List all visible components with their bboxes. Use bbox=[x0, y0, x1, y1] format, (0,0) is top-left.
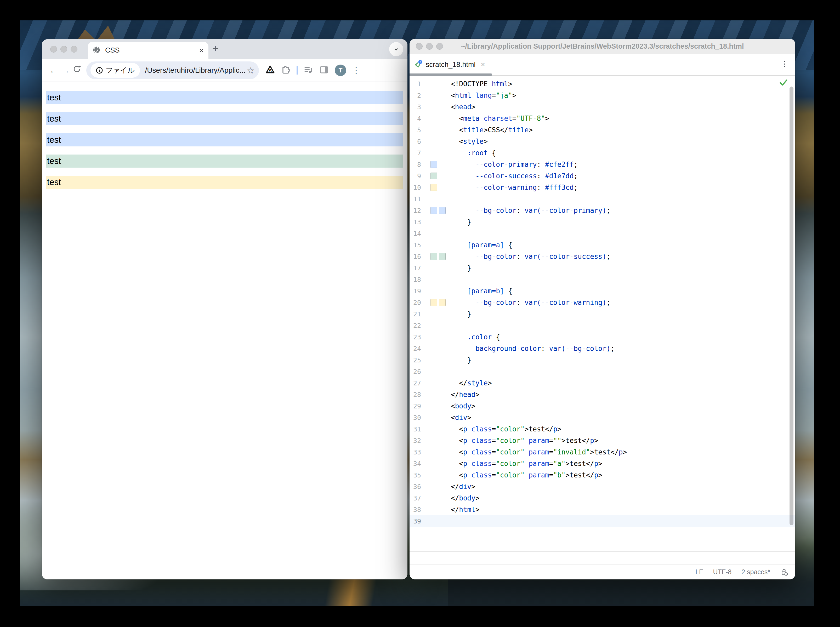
code-line[interactable]: 7 :root { bbox=[410, 147, 795, 159]
color-preview-swatch[interactable] bbox=[439, 253, 446, 260]
gutter-swatch-zone bbox=[421, 320, 448, 331]
chrome-menu-kebab-icon[interactable]: ⋮ bbox=[352, 65, 360, 75]
zoom-window-button[interactable] bbox=[71, 46, 77, 52]
code-line[interactable]: 3<head> bbox=[410, 101, 795, 113]
code-text: </html> bbox=[448, 506, 480, 514]
code-line[interactable]: 34 <p class="color" param="a">test</p> bbox=[410, 458, 795, 469]
close-window-button[interactable] bbox=[416, 43, 422, 50]
code-line[interactable]: 30<div> bbox=[410, 412, 795, 423]
color-preview-swatch[interactable] bbox=[430, 299, 437, 306]
code-line[interactable]: 2<html lang="ja"> bbox=[410, 90, 795, 101]
code-text: <html lang="ja"> bbox=[448, 91, 517, 99]
code-text: <style> bbox=[448, 137, 488, 145]
new-tab-button[interactable]: + bbox=[212, 43, 218, 55]
code-line[interactable]: 16 --bg-color: var(--color-success); bbox=[410, 251, 795, 262]
code-line[interactable]: 37</body> bbox=[410, 492, 795, 504]
editor-vertical-scrollbar[interactable] bbox=[790, 87, 793, 525]
close-window-button[interactable] bbox=[50, 46, 57, 52]
browser-tab[interactable]: CSS × bbox=[88, 42, 208, 59]
side-panel-icon[interactable] bbox=[319, 65, 329, 76]
color-preview-swatch[interactable] bbox=[430, 173, 437, 180]
gutter-swatch-zone bbox=[421, 159, 448, 170]
code-line[interactable]: 33 <p class="color" param="invalid">test… bbox=[410, 446, 795, 458]
code-line[interactable]: 38</html> bbox=[410, 504, 795, 515]
indent-indicator[interactable]: 2 spaces* bbox=[741, 568, 770, 576]
code-line[interactable]: 22 bbox=[410, 320, 795, 331]
code-line[interactable]: 1<!DOCTYPE html> bbox=[410, 78, 795, 90]
code-line[interactable]: 36</div> bbox=[410, 481, 795, 492]
editor-tab-close-icon[interactable]: × bbox=[481, 60, 485, 69]
writable-lock-gear-icon[interactable] bbox=[780, 568, 788, 576]
code-line[interactable]: 39 bbox=[410, 515, 795, 527]
code-line[interactable]: 13 } bbox=[410, 216, 795, 228]
code-editor[interactable]: 1<!DOCTYPE html>2<html lang="ja">3<head>… bbox=[410, 76, 795, 551]
code-text: <title>CSS</title> bbox=[448, 126, 533, 134]
code-line[interactable]: 20 --bg-color: var(--color-warning); bbox=[410, 297, 795, 308]
chevron-down-icon bbox=[393, 46, 400, 52]
color-preview-swatch[interactable] bbox=[439, 299, 446, 306]
code-line[interactable]: 8 --color-primary: #cfe2ff; bbox=[410, 159, 795, 170]
file-scheme-chip[interactable]: ファイル bbox=[90, 63, 140, 78]
code-line[interactable]: 31 <p class="color">test</p> bbox=[410, 423, 795, 435]
tab-search-button[interactable] bbox=[389, 42, 403, 56]
color-preview-swatch[interactable] bbox=[430, 253, 437, 260]
code-line[interactable]: 9 --color-success: #d1e7dd; bbox=[410, 170, 795, 182]
line-number: 15 bbox=[410, 241, 421, 249]
line-number: 27 bbox=[410, 380, 421, 387]
code-text: [param=a] { bbox=[448, 241, 512, 249]
line-ending-indicator[interactable]: LF bbox=[695, 568, 703, 576]
code-line[interactable]: 12 --bg-color: var(--color-primary); bbox=[410, 205, 795, 216]
color-preview-swatch[interactable] bbox=[430, 184, 437, 191]
code-text: <!DOCTYPE html> bbox=[448, 80, 512, 88]
address-bar[interactable]: ファイル /Users/teruhiro/Library/Applic... ☆ bbox=[86, 61, 259, 79]
code-line[interactable]: 19 [param=b] { bbox=[410, 285, 795, 297]
color-preview-swatch[interactable] bbox=[430, 207, 437, 214]
tab-close-icon[interactable]: × bbox=[199, 47, 204, 54]
code-line[interactable]: 6 <style> bbox=[410, 136, 795, 147]
code-line[interactable]: 11 bbox=[410, 193, 795, 205]
code-line[interactable]: 17 } bbox=[410, 262, 795, 274]
line-number: 5 bbox=[410, 126, 421, 134]
back-button[interactable]: ← bbox=[48, 65, 60, 76]
toolbar-extensions: A bbox=[265, 65, 360, 76]
code-text: --bg-color: var(--color-primary); bbox=[448, 206, 611, 214]
code-line[interactable]: 5 <title>CSS</title> bbox=[410, 124, 795, 136]
extensions-puzzle-icon[interactable] bbox=[281, 65, 291, 76]
code-line[interactable]: 29<body> bbox=[410, 400, 795, 412]
code-line[interactable]: 18 bbox=[410, 274, 795, 285]
code-line[interactable]: 25 } bbox=[410, 354, 795, 366]
encoding-indicator[interactable]: UTF-8 bbox=[713, 568, 731, 576]
editor-options-kebab-icon[interactable]: ⋮ bbox=[781, 59, 788, 68]
code-line[interactable]: 26 bbox=[410, 366, 795, 377]
code-line[interactable]: 4 <meta charset="UTF-8"> bbox=[410, 113, 795, 124]
forward-button[interactable]: → bbox=[60, 65, 71, 76]
profile-avatar[interactable]: T bbox=[335, 65, 346, 76]
gutter-swatch-zone bbox=[421, 90, 448, 101]
color-preview-swatch[interactable] bbox=[439, 207, 446, 214]
bookmark-star-icon[interactable]: ☆ bbox=[247, 65, 255, 76]
line-number: 31 bbox=[410, 425, 421, 433]
tab-scroll-indicator bbox=[410, 74, 492, 76]
code-text: .color { bbox=[448, 333, 500, 341]
line-number: 14 bbox=[410, 230, 421, 238]
inspections-ok-check-icon[interactable] bbox=[779, 79, 788, 87]
code-line[interactable]: 15 [param=a] { bbox=[410, 239, 795, 251]
code-line[interactable]: 14 bbox=[410, 228, 795, 239]
code-line[interactable]: 35 <p class="color" param="b">test</p> bbox=[410, 469, 795, 481]
editor-tab[interactable]: scratch_18.html × bbox=[410, 54, 488, 75]
zoom-window-button[interactable] bbox=[436, 43, 443, 50]
reading-list-icon[interactable] bbox=[303, 65, 313, 76]
color-preview-swatch[interactable] bbox=[430, 161, 437, 168]
code-line[interactable]: 28</head> bbox=[410, 389, 795, 400]
code-line[interactable]: 10 --color-warning: #fff3cd; bbox=[410, 182, 795, 193]
minimize-window-button[interactable] bbox=[426, 43, 433, 50]
extension-a-icon[interactable]: A bbox=[265, 65, 275, 76]
code-line[interactable]: 21 } bbox=[410, 308, 795, 320]
url-text[interactable]: /Users/teruhiro/Library/Applic... bbox=[145, 66, 245, 74]
code-line[interactable]: 24 background-color: var(--bg-color); bbox=[410, 343, 795, 354]
code-line[interactable]: 32 <p class="color" param="">test</p> bbox=[410, 435, 795, 446]
code-line[interactable]: 27 </style> bbox=[410, 377, 795, 389]
reload-button[interactable] bbox=[71, 64, 83, 76]
minimize-window-button[interactable] bbox=[60, 46, 67, 52]
code-line[interactable]: 23 .color { bbox=[410, 331, 795, 343]
